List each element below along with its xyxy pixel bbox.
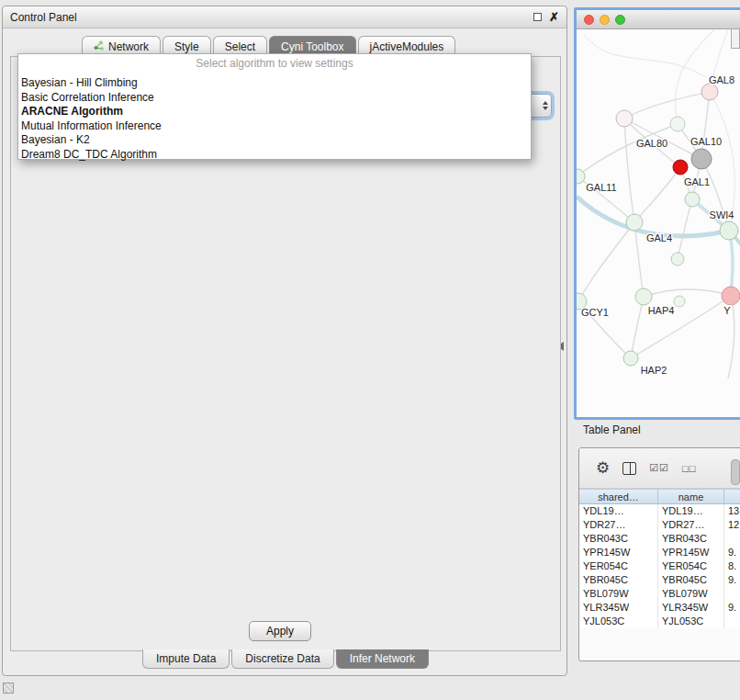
- node-label-gal1: GAL1: [684, 176, 710, 187]
- apply-button[interactable]: Apply: [249, 621, 311, 641]
- table-cell: YJL053C: [579, 615, 658, 628]
- zoom-traffic-light-icon[interactable]: [615, 15, 625, 25]
- screen: Control Panel ✗ NetworkStyleSelectCyni T…: [0, 0, 740, 700]
- network-node-hap2[interactable]: [623, 351, 638, 366]
- dropdown-items: Bayesian - Hill ClimbingBasic Correlatio…: [18, 76, 531, 162]
- tab-label: Style: [174, 40, 199, 53]
- table-panel-window: ⚙ ☑☑ □□ shared…name YDL19…YDL19…13YDR27……: [578, 447, 740, 661]
- table-cell: YBR043C: [579, 532, 658, 546]
- network-canvas[interactable]: GAL8GAL80GAL10GAL11GAL1SWI4GAL4GCY1HAP4Y…: [577, 29, 740, 419]
- network-node[interactable]: [671, 253, 684, 265]
- network-node-gal4[interactable]: [626, 214, 643, 231]
- node-label-hap4: HAP4: [648, 305, 675, 316]
- node-label-hap2: HAP2: [641, 365, 667, 376]
- table-cell: [724, 532, 740, 546]
- columns-icon[interactable]: [622, 462, 636, 475]
- dropdown-placeholder: Select algorithm to view settings: [18, 57, 531, 71]
- table-panel-title: Table Panel: [583, 423, 641, 436]
- control-panel-window: Control Panel ✗ NetworkStyleSelectCyni T…: [2, 6, 567, 676]
- bottom-tab-infer-network[interactable]: Infer Network: [336, 649, 429, 669]
- table-cell: YDL19…: [658, 504, 724, 518]
- tab-label: Select: [225, 40, 255, 53]
- network-node[interactable]: [670, 117, 685, 131]
- dropdown-item-dream8-dc-tdc-algorithm[interactable]: Dream8 DC_TDC Algorithm: [18, 148, 531, 163]
- table-row[interactable]: YJL053CYJL053C: [579, 615, 740, 628]
- combo-stepper-icon: [543, 95, 548, 117]
- node-label-gal10: GAL10: [690, 136, 722, 147]
- network-edges-faint: [584, 29, 735, 231]
- table-cell: [724, 615, 740, 628]
- table-body: YDL19…YDL19…13YDR27…YDR27…12YBR043CYBR04…: [579, 504, 740, 628]
- control-panel-titlebar: Control Panel ✗: [3, 6, 566, 28]
- table-cell: 9.: [724, 573, 740, 587]
- network-window-titlebar: [577, 10, 740, 29]
- dropdown-item-aracne-algorithm[interactable]: ARACNE Algorithm: [18, 105, 531, 119]
- table-row[interactable]: YDL19…YDL19…13: [579, 504, 740, 518]
- node-label-gal4: GAL4: [646, 232, 672, 243]
- panel-grip-icon[interactable]: [3, 683, 14, 694]
- table-header-row: shared…name: [579, 489, 740, 504]
- table-cell: YLR345W: [658, 601, 724, 615]
- bottom-tab-discretize-data[interactable]: Discretize Data: [231, 649, 333, 669]
- table-cell: YJL053C: [658, 615, 724, 628]
- network-graph[interactable]: GAL8GAL80GAL10GAL11GAL1SWI4GAL4GCY1HAP4Y…: [577, 29, 740, 419]
- table-cell: 9.: [724, 601, 740, 615]
- dropdown-item-mutual-information-inference[interactable]: Mutual Information Inference: [18, 119, 531, 134]
- node-label-gal11: GAL11: [586, 182, 616, 193]
- column-header-shared[interactable]: shared…: [579, 490, 658, 503]
- close-icon[interactable]: ✗: [549, 12, 559, 23]
- table-row[interactable]: YLR345WYLR345W9.: [579, 601, 740, 615]
- bottom-tab-impute-data[interactable]: Impute Data: [142, 649, 230, 669]
- table-cell: YDR27…: [579, 518, 658, 532]
- table-cell: YER054C: [579, 559, 658, 573]
- node-label-swi4: SWI4: [710, 209, 734, 220]
- table-cell: [724, 587, 740, 601]
- gear-icon[interactable]: ⚙: [596, 460, 610, 476]
- dropdown-item-basic-correlation-inference[interactable]: Basic Correlation Inference: [18, 91, 531, 106]
- tab-label: Cyni Toolbox: [281, 40, 343, 53]
- table-row[interactable]: YBR045CYBR045C9.: [579, 573, 740, 587]
- table-row[interactable]: YER054CYER054C8.: [579, 559, 740, 573]
- dropdown-item-bayesian-hill-climbing[interactable]: Bayesian - Hill Climbing: [18, 76, 531, 91]
- scrollbar-thumb-fragment[interactable]: [731, 459, 740, 485]
- network-node[interactable]: [673, 160, 688, 175]
- table-cell: YDR27…: [658, 518, 724, 532]
- table-row[interactable]: YDR27…YDR27…12: [579, 518, 740, 532]
- close-traffic-light-icon[interactable]: [584, 15, 594, 25]
- tab-label: jActiveModules: [370, 40, 444, 53]
- node-label-gal80: GAL80: [636, 138, 667, 149]
- network-view-window: GAL8GAL80GAL10GAL11GAL1SWI4GAL4GCY1HAP4Y…: [574, 7, 740, 420]
- table-cell: YBL079W: [658, 587, 724, 601]
- network-node[interactable]: [674, 296, 685, 307]
- deselect-all-checks-icon[interactable]: □□: [682, 463, 696, 474]
- column-header-name[interactable]: name: [658, 490, 724, 503]
- table-cell: 8.: [724, 559, 740, 573]
- minimize-traffic-light-icon[interactable]: [600, 15, 610, 25]
- tab-label: Network: [108, 40, 149, 53]
- network-node-y[interactable]: [722, 287, 740, 305]
- dropdown-item-bayesian-k2[interactable]: Bayesian - K2: [18, 133, 531, 148]
- table-cell: YPR145W: [658, 546, 724, 559]
- node-label-gal8: GAL8: [709, 74, 734, 85]
- scroll-control-fragment[interactable]: [731, 28, 740, 49]
- table-cell: 13: [724, 504, 740, 518]
- table-cell: YER054C: [658, 559, 724, 573]
- network-node-swi4[interactable]: [720, 221, 738, 240]
- table-toolbar: ⚙ ☑☑ □□: [579, 448, 740, 489]
- network-node-gal80[interactable]: [616, 110, 633, 127]
- table-row[interactable]: YPR145WYPR145W9.: [579, 546, 740, 559]
- network-node-gal8[interactable]: [701, 84, 718, 100]
- table-row[interactable]: YBL079WYBL079W: [579, 587, 740, 601]
- table-cell: YLR345W: [579, 601, 658, 615]
- network-node-gal10[interactable]: [691, 149, 712, 169]
- column-header-2[interactable]: [724, 490, 740, 503]
- table-row[interactable]: YBR043CYBR043C: [579, 532, 740, 546]
- node-label-gcy1: GCY1: [581, 307, 609, 318]
- float-window-icon[interactable]: [533, 13, 542, 21]
- select-all-checks-icon[interactable]: ☑☑: [649, 462, 669, 474]
- control-panel-title: Control Panel: [10, 11, 77, 24]
- table-cell: YBR045C: [579, 573, 658, 587]
- network-node-gal1[interactable]: [685, 192, 700, 207]
- table-cell: YBR043C: [658, 532, 724, 546]
- network-node-hap4[interactable]: [635, 288, 652, 305]
